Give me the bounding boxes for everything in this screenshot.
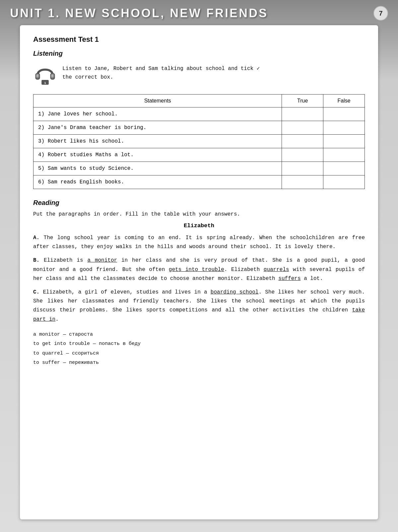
table-row: 1) Jane loves her school.: [33, 107, 365, 121]
col-header-statements: Statements: [33, 95, 282, 107]
underline-monitor: a monitor: [87, 257, 117, 263]
statement-cell: 1) Jane loves her school.: [33, 107, 282, 121]
reading-section: Reading Put the paragraphs in order. Fil…: [33, 199, 365, 368]
vocab-item: to suffer — переживать: [33, 358, 365, 368]
false-cell: [323, 135, 365, 148]
page-number: 7: [373, 6, 388, 21]
statement-cell: 3) Robert likes his school.: [33, 135, 282, 148]
statement-cell: 5) Sam wants to study Science.: [33, 162, 282, 175]
elizabeth-title: Elizabeth: [33, 223, 365, 229]
table-row: 4) Robert studies Maths a lot.: [33, 148, 365, 162]
true-cell: [282, 135, 323, 148]
vocab-item: a monitor — староста: [33, 330, 365, 340]
content-area: Assessment Test 1 Listening: [20, 25, 378, 519]
false-cell: [323, 148, 365, 162]
para-b-text: Elizabeth is a monitor in her class and …: [33, 257, 365, 281]
reading-instruction: Put the paragraphs in order. Fill in the…: [33, 211, 365, 217]
false-cell: [323, 107, 365, 121]
para-c-text: Elizabeth, a girl of eleven, studies and…: [33, 289, 365, 322]
false-cell: [323, 121, 365, 135]
table-row: 5) Sam wants to study Science.: [33, 162, 365, 175]
paragraph-b: B. Elizabeth is a monitor in her class a…: [33, 256, 365, 283]
unit-title: UNIT 1. NEW SCHOOL, NEW FRIENDS: [10, 6, 268, 20]
headphone-icon: 1: [33, 62, 57, 86]
paragraph-a: A. The long school year is coming to an …: [33, 233, 365, 251]
statement-cell: 4) Robert studies Maths a lot.: [33, 148, 282, 162]
para-a-text: The long school year is coming to an end…: [33, 235, 365, 250]
vocab-item: to quarrel — ссориться: [33, 349, 365, 359]
true-cell: [282, 175, 323, 189]
listening-instruction: Listen to Jane, Robert and Sam talking a…: [62, 62, 260, 82]
page-header: UNIT 1. NEW SCHOOL, NEW FRIENDS 7: [0, 0, 398, 25]
vocab-item: to get into trouble — попасть в беду: [33, 339, 365, 349]
para-label-b: B.: [33, 257, 39, 263]
underline-quarrels: quarrels: [264, 267, 289, 273]
assessment-title: Assessment Test 1: [33, 35, 365, 44]
false-cell: [323, 175, 365, 189]
svg-rect-0: [35, 73, 40, 79]
vocabulary-section: a monitor — старостаto get into trouble …: [33, 330, 365, 368]
true-cell: [282, 162, 323, 175]
true-cell: [282, 107, 323, 121]
statement-cell: 2) Jane's Drama teacher is boring.: [33, 121, 282, 135]
false-cell: [323, 162, 365, 175]
para-label-a: A.: [33, 235, 39, 241]
statements-table: Statements True False 1) Jane loves her …: [33, 94, 365, 189]
table-row: 3) Robert likes his school.: [33, 135, 365, 148]
col-header-true: True: [282, 95, 323, 107]
table-row: 6) Sam reads English books.: [33, 175, 365, 189]
para-label-c: C.: [33, 289, 39, 295]
listening-heading: Listening: [33, 50, 365, 57]
svg-rect-1: [50, 73, 55, 79]
statement-cell: 6) Sam reads English books.: [33, 175, 282, 189]
underline-boarding-school: boarding school: [211, 289, 259, 295]
listening-row: 1 Listen to Jane, Robert and Sam talking…: [33, 62, 365, 88]
underline-take-part: take part in: [33, 307, 365, 322]
col-header-false: False: [323, 95, 365, 107]
badge-number: 1: [44, 81, 46, 85]
underline-suffers: suffers: [278, 276, 300, 282]
headphone-icon-container: 1: [33, 62, 57, 88]
paragraph-c: C. Elizabeth, a girl of eleven, studies …: [33, 288, 365, 324]
reading-heading: Reading: [33, 199, 365, 207]
true-cell: [282, 148, 323, 162]
underline-trouble: gets into trouble: [169, 267, 224, 273]
table-row: 2) Jane's Drama teacher is boring.: [33, 121, 365, 135]
true-cell: [282, 121, 323, 135]
